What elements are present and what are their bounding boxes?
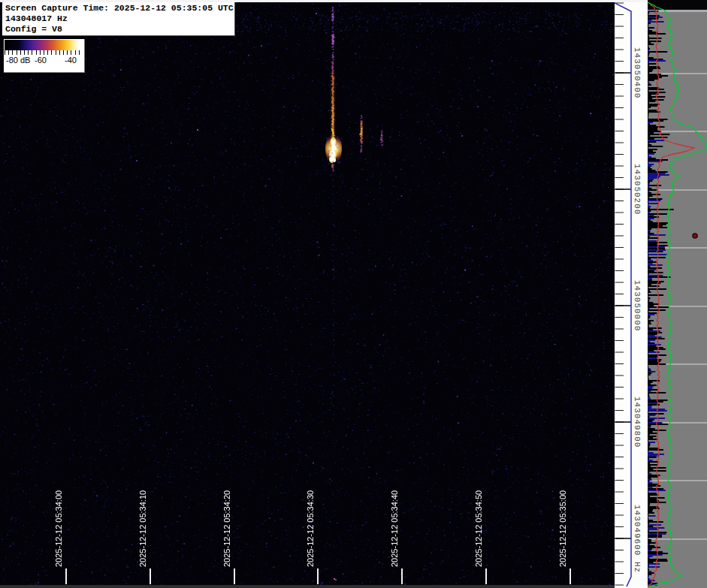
time-axis-label: 2025-12-12 05:35:00 [558, 490, 567, 567]
colorbar-label-max: -40 [65, 56, 77, 65]
frequency-label: 143049800 [633, 397, 642, 448]
time-axis-label: 2025-12-12 05:34:20 [222, 490, 231, 567]
time-axis-label: 2025-12-12 05:34:10 [138, 490, 147, 567]
config-text: Config = V8 [5, 24, 231, 35]
colorbar-gradient [5, 40, 83, 50]
frequency-label: 143049600 Hz [633, 505, 642, 573]
window-bottom-border [0, 585, 615, 588]
time-tick-mark [150, 568, 151, 584]
frequency-label: 143050000 [633, 280, 642, 331]
center-frequency-text: 143048017 Hz [5, 14, 231, 24]
time-tick-mark [485, 568, 487, 584]
time-tick-mark [65, 568, 67, 584]
frequency-tick-marks [615, 0, 648, 588]
time-tick-mark [234, 568, 235, 584]
frequency-label: 143050400 [633, 47, 642, 98]
colorbar-label-min: -80 dB [6, 56, 30, 65]
capture-time-text: Screen Capture Time: 2025-12-12 05:35:05… [5, 3, 231, 14]
time-axis-label: 2025-12-12 05:34:50 [474, 490, 483, 567]
time-tick-mark [570, 568, 571, 584]
time-tick-mark [401, 568, 403, 584]
colorbar-labels: -80 dB -60 -40 [5, 55, 83, 67]
capture-info-box: Screen Capture Time: 2025-12-12 05:35:05… [2, 2, 235, 36]
frequency-label: 143050200 [633, 164, 642, 215]
time-axis-label: 2025-12-12 05:34:30 [306, 490, 315, 567]
color-scale-legend: -80 dB -60 -40 [4, 39, 85, 73]
frequency-ruler: 1430504001430502001430500001430498001430… [615, 0, 648, 588]
time-axis-label: 2025-12-12 05:34:00 [54, 490, 63, 567]
spectrum-lab-capture-window: 1430504001430502001430500001430498001430… [0, 0, 707, 588]
time-axis-label: 2025-12-12 05:34:40 [390, 490, 399, 567]
spectrum-graph-panel [648, 0, 707, 588]
time-tick-mark [317, 568, 319, 584]
colorbar-label-mid: -60 [35, 56, 47, 65]
